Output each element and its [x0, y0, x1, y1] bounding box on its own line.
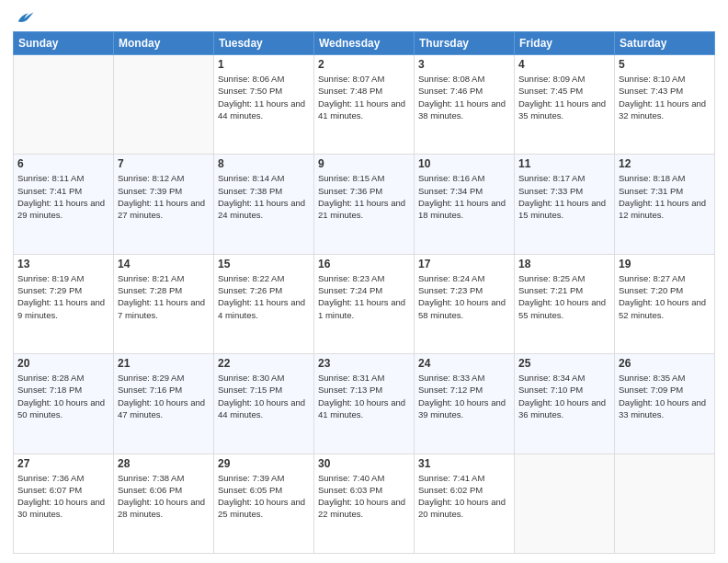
calendar-cell	[515, 454, 615, 553]
calendar-cell: 31Sunrise: 7:41 AM Sunset: 6:02 PM Dayli…	[415, 454, 515, 553]
day-info: Sunrise: 8:23 AM Sunset: 7:24 PM Dayligh…	[318, 272, 410, 321]
calendar-cell: 17Sunrise: 8:24 AM Sunset: 7:23 PM Dayli…	[415, 254, 515, 353]
day-number: 6	[17, 157, 109, 170]
calendar-cell: 2Sunrise: 8:07 AM Sunset: 7:48 PM Daylig…	[314, 55, 415, 155]
calendar-cell: 20Sunrise: 8:28 AM Sunset: 7:18 PM Dayli…	[14, 354, 114, 454]
day-number: 27	[17, 457, 109, 470]
day-number: 16	[318, 258, 410, 270]
day-number: 29	[218, 457, 310, 470]
calendar-cell: 25Sunrise: 8:34 AM Sunset: 7:10 PM Dayli…	[515, 354, 615, 454]
day-info: Sunrise: 8:09 AM Sunset: 7:45 PM Dayligh…	[518, 73, 610, 121]
day-info: Sunrise: 8:15 AM Sunset: 7:36 PM Dayligh…	[318, 172, 410, 221]
day-info: Sunrise: 8:24 AM Sunset: 7:23 PM Dayligh…	[418, 272, 510, 321]
day-number: 17	[418, 258, 510, 270]
day-number: 13	[17, 258, 109, 270]
logo	[13, 9, 35, 26]
day-info: Sunrise: 8:34 AM Sunset: 7:10 PM Dayligh…	[518, 372, 610, 420]
day-number: 31	[418, 457, 510, 470]
calendar-cell: 16Sunrise: 8:23 AM Sunset: 7:24 PM Dayli…	[314, 254, 415, 353]
day-info: Sunrise: 8:28 AM Sunset: 7:18 PM Dayligh…	[17, 372, 109, 420]
day-info: Sunrise: 8:12 AM Sunset: 7:39 PM Dayligh…	[118, 172, 210, 221]
day-info: Sunrise: 8:30 AM Sunset: 7:15 PM Dayligh…	[218, 372, 310, 420]
calendar-cell	[114, 55, 214, 155]
calendar-cell: 9Sunrise: 8:15 AM Sunset: 7:36 PM Daylig…	[314, 155, 415, 254]
day-number: 15	[218, 258, 310, 270]
day-number: 12	[619, 157, 711, 170]
calendar-cell: 23Sunrise: 8:31 AM Sunset: 7:13 PM Dayli…	[314, 354, 415, 454]
calendar-body: 1Sunrise: 8:06 AM Sunset: 7:50 PM Daylig…	[14, 55, 715, 554]
day-info: Sunrise: 8:21 AM Sunset: 7:28 PM Dayligh…	[118, 272, 210, 321]
day-number: 10	[418, 157, 510, 170]
day-info: Sunrise: 7:36 AM Sunset: 6:07 PM Dayligh…	[17, 472, 109, 521]
day-header-thursday: Thursday	[415, 32, 515, 55]
calendar-cell: 18Sunrise: 8:25 AM Sunset: 7:21 PM Dayli…	[515, 254, 615, 353]
day-header-tuesday: Tuesday	[214, 32, 314, 55]
logo-area	[13, 9, 35, 26]
calendar-cell: 26Sunrise: 8:35 AM Sunset: 7:09 PM Dayli…	[615, 354, 715, 454]
calendar-cell: 8Sunrise: 8:14 AM Sunset: 7:38 PM Daylig…	[214, 155, 314, 254]
day-info: Sunrise: 8:16 AM Sunset: 7:34 PM Dayligh…	[418, 172, 510, 221]
calendar-table: SundayMondayTuesdayWednesdayThursdayFrid…	[13, 31, 715, 554]
calendar-cell	[615, 454, 715, 553]
day-header-saturday: Saturday	[615, 32, 715, 55]
calendar-week-4: 27Sunrise: 7:36 AM Sunset: 6:07 PM Dayli…	[14, 454, 715, 553]
calendar-week-2: 13Sunrise: 8:19 AM Sunset: 7:29 PM Dayli…	[14, 254, 715, 353]
day-number: 11	[518, 157, 610, 170]
day-number: 24	[418, 357, 510, 370]
day-info: Sunrise: 8:14 AM Sunset: 7:38 PM Dayligh…	[218, 172, 310, 221]
day-number: 22	[218, 357, 310, 370]
calendar-cell: 14Sunrise: 8:21 AM Sunset: 7:28 PM Dayli…	[114, 254, 214, 353]
day-number: 18	[518, 258, 610, 270]
day-number: 1	[218, 58, 310, 71]
calendar-cell: 7Sunrise: 8:12 AM Sunset: 7:39 PM Daylig…	[114, 155, 214, 254]
day-header-monday: Monday	[114, 32, 214, 55]
day-number: 8	[218, 157, 310, 170]
calendar-cell: 15Sunrise: 8:22 AM Sunset: 7:26 PM Dayli…	[214, 254, 314, 353]
calendar-cell: 12Sunrise: 8:18 AM Sunset: 7:31 PM Dayli…	[615, 155, 715, 254]
day-header-wednesday: Wednesday	[314, 32, 415, 55]
day-number: 30	[318, 457, 410, 470]
day-number: 26	[619, 357, 711, 370]
day-info: Sunrise: 8:31 AM Sunset: 7:13 PM Dayligh…	[318, 372, 410, 420]
calendar-cell	[14, 55, 114, 155]
day-number: 2	[318, 58, 410, 71]
calendar-cell: 1Sunrise: 8:06 AM Sunset: 7:50 PM Daylig…	[214, 55, 314, 155]
calendar-cell: 21Sunrise: 8:29 AM Sunset: 7:16 PM Dayli…	[114, 354, 214, 454]
day-number: 9	[318, 157, 410, 170]
calendar-week-0: 1Sunrise: 8:06 AM Sunset: 7:50 PM Daylig…	[14, 55, 715, 155]
calendar-cell: 13Sunrise: 8:19 AM Sunset: 7:29 PM Dayli…	[14, 254, 114, 353]
calendar-cell: 10Sunrise: 8:16 AM Sunset: 7:34 PM Dayli…	[415, 155, 515, 254]
calendar-cell: 27Sunrise: 7:36 AM Sunset: 6:07 PM Dayli…	[14, 454, 114, 553]
day-number: 3	[418, 58, 510, 71]
day-info: Sunrise: 8:33 AM Sunset: 7:12 PM Dayligh…	[418, 372, 510, 420]
day-number: 20	[17, 357, 109, 370]
day-info: Sunrise: 8:22 AM Sunset: 7:26 PM Dayligh…	[218, 272, 310, 321]
day-info: Sunrise: 8:27 AM Sunset: 7:20 PM Dayligh…	[619, 272, 711, 321]
day-number: 7	[118, 157, 210, 170]
day-info: Sunrise: 8:10 AM Sunset: 7:43 PM Dayligh…	[619, 73, 711, 121]
header	[13, 9, 715, 26]
day-number: 28	[118, 457, 210, 470]
day-number: 5	[619, 58, 711, 71]
day-number: 19	[619, 258, 711, 270]
day-number: 4	[518, 58, 610, 71]
day-info: Sunrise: 7:39 AM Sunset: 6:05 PM Dayligh…	[218, 472, 310, 521]
day-info: Sunrise: 8:11 AM Sunset: 7:41 PM Dayligh…	[17, 172, 109, 221]
calendar-cell: 22Sunrise: 8:30 AM Sunset: 7:15 PM Dayli…	[214, 354, 314, 454]
calendar-cell: 11Sunrise: 8:17 AM Sunset: 7:33 PM Dayli…	[515, 155, 615, 254]
calendar-cell: 5Sunrise: 8:10 AM Sunset: 7:43 PM Daylig…	[615, 55, 715, 155]
page: SundayMondayTuesdayWednesdayThursdayFrid…	[0, 0, 728, 563]
day-header-friday: Friday	[515, 32, 615, 55]
calendar-cell: 30Sunrise: 7:40 AM Sunset: 6:03 PM Dayli…	[314, 454, 415, 553]
day-header-sunday: Sunday	[14, 32, 114, 55]
day-info: Sunrise: 8:07 AM Sunset: 7:48 PM Dayligh…	[318, 73, 410, 121]
calendar-week-1: 6Sunrise: 8:11 AM Sunset: 7:41 PM Daylig…	[14, 155, 715, 254]
day-info: Sunrise: 8:29 AM Sunset: 7:16 PM Dayligh…	[118, 372, 210, 420]
calendar-cell: 28Sunrise: 7:38 AM Sunset: 6:06 PM Dayli…	[114, 454, 214, 553]
calendar-cell: 19Sunrise: 8:27 AM Sunset: 7:20 PM Dayli…	[615, 254, 715, 353]
calendar-cell: 4Sunrise: 8:09 AM Sunset: 7:45 PM Daylig…	[515, 55, 615, 155]
day-info: Sunrise: 7:41 AM Sunset: 6:02 PM Dayligh…	[418, 472, 510, 521]
day-number: 21	[118, 357, 210, 370]
day-number: 14	[118, 258, 210, 270]
day-info: Sunrise: 7:38 AM Sunset: 6:06 PM Dayligh…	[118, 472, 210, 521]
